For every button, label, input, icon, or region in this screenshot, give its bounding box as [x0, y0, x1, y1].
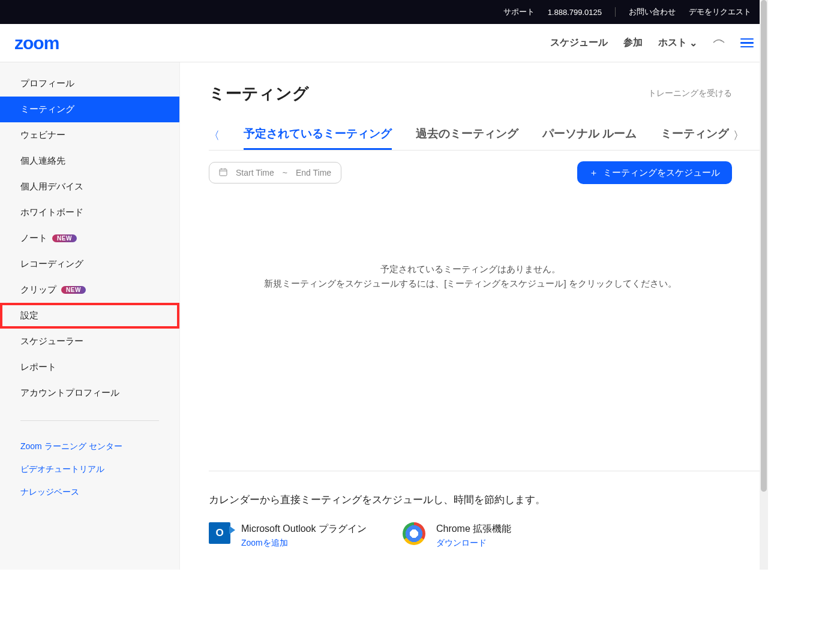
sidebar-item-report[interactable]: レポート — [0, 354, 179, 380]
chrome-title: Chrome 拡張機能 — [436, 522, 511, 535]
sidebar-item-label: 個人連絡先 — [20, 155, 65, 167]
top-utility-bar: サポート 1.888.799.0125 お問い合わせ デモをリクエスト — [0, 0, 768, 24]
outlook-integration: O Microsoft Outlook プラグイン Zoomを追加 — [209, 522, 367, 549]
empty-message-line1: 予定されているミーティングはありません。 — [209, 262, 732, 276]
sidebar-item-clips[interactable]: クリップNEW — [0, 277, 179, 303]
sidebar-item-label: ホワイトボード — [20, 207, 83, 218]
sidebar-item-whiteboard[interactable]: ホワイトボード — [0, 200, 179, 225]
hamburger-menu-icon[interactable] — [740, 38, 754, 48]
svg-point-0 — [721, 40, 722, 41]
sidebar-item-account-profile[interactable]: アカウントプロフィール — [0, 380, 179, 406]
nav-host-dropdown[interactable]: ホスト ⌄ — [658, 37, 697, 49]
main-header: zoom スケジュール 参加 ホスト ⌄ — [0, 24, 768, 62]
visibility-icon[interactable] — [713, 38, 725, 49]
date-range-picker[interactable]: Start Time ~ End Time — [209, 162, 341, 183]
contact-link[interactable]: お問い合わせ — [629, 7, 676, 17]
tab-scroll-right-icon[interactable]: 〉 — [733, 128, 744, 143]
chrome-icon — [403, 522, 425, 545]
sidebar-link-knowledge-base[interactable]: ナレッジベース — [0, 481, 179, 504]
topbar-divider — [615, 7, 616, 17]
sidebar-item-recording[interactable]: レコーディング — [0, 251, 179, 277]
schedule-meeting-button[interactable]: ＋ ミーティングをスケジュール — [577, 161, 732, 184]
calendar-icon — [219, 168, 227, 178]
sidebar-link-video-tutorial[interactable]: ビデオチュートリアル — [0, 458, 179, 481]
sidebar-item-notes[interactable]: ノートNEW — [0, 225, 179, 251]
zoom-logo[interactable]: zoom — [14, 33, 59, 53]
chrome-integration: Chrome 拡張機能 ダウンロード — [403, 522, 511, 549]
tab-personal-room[interactable]: パーソナル ルーム — [542, 121, 637, 150]
nav-schedule-link[interactable]: スケジュール — [550, 37, 608, 49]
end-time-label: End Time — [296, 168, 331, 177]
sidebar-item-label: ノート — [20, 233, 47, 244]
outlook-title: Microsoft Outlook プラグイン — [241, 522, 367, 535]
sidebar-item-scheduler[interactable]: スケジューラー — [0, 329, 179, 354]
nav-host-label: ホスト — [658, 37, 687, 49]
sidebar-item-label: クリップ — [20, 284, 56, 296]
training-link[interactable]: トレーニングを受ける — [648, 88, 732, 99]
tab-scroll-left-icon[interactable]: 〈 — [209, 128, 220, 143]
plus-icon: ＋ — [589, 167, 598, 179]
support-phone[interactable]: 1.888.799.0125 — [548, 8, 602, 17]
tab-bar: 〈 予定されているミーティング 過去のミーティング パーソナル ルーム ミーティ… — [209, 121, 768, 151]
new-badge: NEW — [61, 286, 86, 294]
sidebar-item-label: ミーティング — [20, 104, 74, 115]
svg-rect-1 — [220, 169, 227, 176]
integrations-section: カレンダーから直接ミーティングをスケジュールし、時間を節約します。 O Micr… — [209, 471, 768, 549]
sidebar-item-webinar[interactable]: ウェビナー — [0, 122, 179, 148]
sidebar-item-profile[interactable]: プロフィール — [0, 71, 179, 97]
sidebar-item-label: スケジューラー — [20, 336, 83, 347]
sidebar-item-label: プロフィール — [20, 78, 74, 89]
start-time-label: Start Time — [236, 168, 274, 177]
sidebar-item-label: 個人用デバイス — [20, 181, 83, 192]
tab-meeting-templates[interactable]: ミーティング — [661, 121, 729, 150]
scrollbar-thumb[interactable] — [761, 0, 767, 492]
chrome-download-link[interactable]: ダウンロード — [436, 538, 511, 549]
outlook-add-link[interactable]: Zoomを追加 — [241, 538, 367, 549]
main-content: ミーティング トレーニングを受ける 〈 予定されているミーティング 過去のミーテ… — [180, 62, 768, 570]
tab-past-meetings[interactable]: 過去のミーティング — [416, 121, 518, 150]
sidebar-item-contacts[interactable]: 個人連絡先 — [0, 148, 179, 174]
sidebar-item-label: 設定 — [20, 310, 38, 321]
vertical-scrollbar[interactable] — [760, 0, 768, 570]
sidebar-item-label: ウェビナー — [20, 130, 65, 141]
empty-message-line2: 新規ミーティングをスケジュールするには、[ミーティングをスケジュール] をクリッ… — [209, 276, 732, 291]
sidebar-item-label: レコーディング — [20, 258, 83, 270]
chevron-down-icon: ⌄ — [689, 37, 697, 49]
sidebar-item-meeting[interactable]: ミーティング — [0, 97, 179, 122]
sidebar-item-devices[interactable]: 個人用デバイス — [0, 174, 179, 200]
sidebar: プロフィール ミーティング ウェビナー 個人連絡先 個人用デバイス ホワイトボー… — [0, 62, 180, 570]
date-separator: ~ — [283, 168, 287, 177]
sidebar-item-label: アカウントプロフィール — [20, 387, 119, 399]
header-nav: スケジュール 参加 ホスト ⌄ — [550, 37, 754, 49]
integrations-heading: カレンダーから直接ミーティングをスケジュールし、時間を節約します。 — [209, 493, 732, 507]
tab-upcoming-meetings[interactable]: 予定されているミーティング — [244, 121, 392, 150]
request-demo-link[interactable]: デモをリクエスト — [689, 7, 751, 17]
new-badge: NEW — [52, 234, 77, 242]
sidebar-item-settings[interactable]: 設定 — [0, 303, 179, 329]
sidebar-link-learning-center[interactable]: Zoom ラーニング センター — [0, 435, 179, 458]
support-link[interactable]: サポート — [503, 7, 535, 17]
empty-state: 予定されているミーティングはありません。 新規ミーティングをスケジュールするには… — [209, 262, 768, 291]
schedule-button-label: ミーティングをスケジュール — [603, 167, 720, 179]
sidebar-item-label: レポート — [20, 362, 56, 373]
page-title: ミーティング — [209, 83, 309, 104]
outlook-icon: O — [209, 522, 230, 544]
sidebar-divider — [20, 420, 159, 421]
nav-join-link[interactable]: 参加 — [623, 37, 643, 49]
